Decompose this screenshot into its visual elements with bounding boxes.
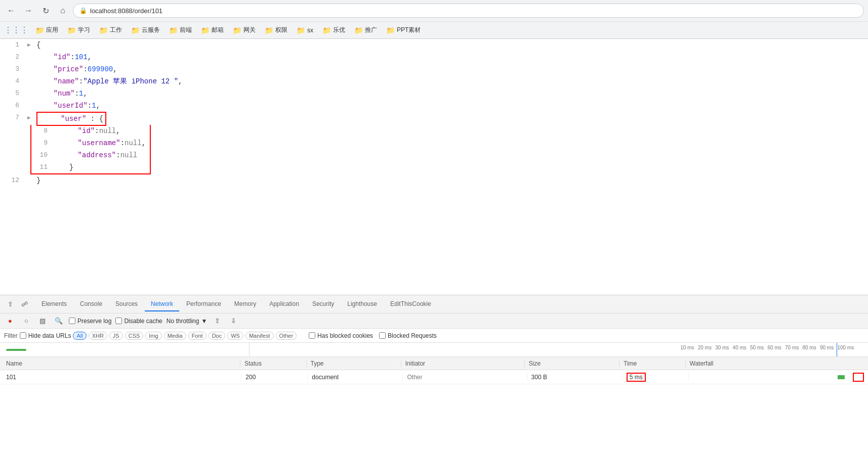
bookmark-ppt[interactable]: 📁 PPT素材 xyxy=(382,24,425,36)
filter-ws-button[interactable]: WS xyxy=(227,332,243,340)
bookmark-leyou[interactable]: 📁 乐优 xyxy=(318,24,349,36)
filter-img-button[interactable]: Img xyxy=(145,332,161,340)
hide-data-urls-label[interactable]: Hide data URLs xyxy=(20,332,71,339)
json-indent xyxy=(36,51,54,63)
filter-manifest-button[interactable]: Manifest xyxy=(245,332,274,340)
folder-icon: 📁 xyxy=(297,26,305,34)
inspect-element-button[interactable]: ⇧ xyxy=(4,298,16,310)
bookmark-label: 前端 xyxy=(180,26,192,34)
bookmark-sx[interactable]: 📁 sx xyxy=(293,25,317,36)
th-type: Type xyxy=(307,360,401,367)
disable-cache-checkbox[interactable] xyxy=(115,318,122,324)
bookmarks-bar: ⋮⋮⋮ 📁 应用 📁 学习 📁 工作 📁 云服务 📁 前端 📁 邮箱 📁 网关 xyxy=(0,21,868,38)
table-header: Name Status Type Initiator Size Time Wat… xyxy=(0,357,868,370)
bookmark-label: 网关 xyxy=(243,26,256,34)
bookmark-work[interactable]: 📁 工作 xyxy=(95,24,126,36)
filter-all-button[interactable]: All xyxy=(73,332,86,340)
expand-icon[interactable]: ▶ xyxy=(27,112,34,124)
json-value: null xyxy=(125,137,142,149)
tab-sources[interactable]: Sources xyxy=(109,297,144,311)
back-button[interactable]: ← xyxy=(4,4,18,18)
filter-font-button[interactable]: Font xyxy=(188,332,206,340)
folder-icon: 📁 xyxy=(99,26,108,34)
tab-editthiscookie[interactable]: EditThisCookie xyxy=(384,297,437,311)
forward-button[interactable]: → xyxy=(21,4,35,18)
table-row[interactable]: 101 200 document Other 300 B 5 ms xyxy=(0,370,868,384)
bookmark-gateway[interactable]: 📁 网关 xyxy=(229,24,260,36)
tab-lighthouse[interactable]: Lighthouse xyxy=(341,297,383,311)
json-line-4: 4 "name" : "Apple 苹果 iPhone 12 " , xyxy=(0,75,868,87)
hide-data-urls-text: Hide data URLs xyxy=(28,332,71,339)
throttle-select[interactable]: No throttling ▼ xyxy=(167,318,208,325)
bookmark-cloud[interactable]: 📁 云服务 xyxy=(127,24,164,36)
th-size: Size xyxy=(525,360,619,367)
th-initiator: Initiator xyxy=(401,360,525,367)
hide-data-urls-checkbox[interactable] xyxy=(20,332,26,339)
filter-icon-button[interactable]: ▧ xyxy=(36,315,49,327)
tab-elements[interactable]: Elements xyxy=(35,297,73,311)
has-blocked-cookies-checkbox[interactable] xyxy=(309,332,315,339)
line-number: 5 xyxy=(4,87,19,100)
disable-cache-text: Disable cache xyxy=(124,318,162,325)
filter-doc-button[interactable]: Doc xyxy=(209,332,226,340)
apps-grid-icon: ⋮⋮⋮ xyxy=(4,25,28,35)
folder-icon: 📁 xyxy=(131,26,140,34)
blocked-requests-label[interactable]: Blocked Requests xyxy=(379,332,437,339)
upload-icon-button[interactable]: ⇧ xyxy=(211,315,223,327)
disable-cache-label[interactable]: Disable cache xyxy=(115,318,162,325)
bookmark-auth[interactable]: 📁 权限 xyxy=(261,24,292,36)
filter-media-button[interactable]: Media xyxy=(164,332,186,340)
address-bar[interactable]: 🔒 localhost:8088/order/101 xyxy=(73,4,864,18)
line-number: 10 xyxy=(35,149,48,161)
bookmark-frontend[interactable]: 📁 前端 xyxy=(165,24,196,36)
devtools-icon-row: ⇧ ☍ xyxy=(4,298,30,310)
tab-application[interactable]: Application xyxy=(263,297,305,311)
has-blocked-cookies-label[interactable]: Has blocked cookies xyxy=(309,332,373,339)
json-brace: { xyxy=(36,39,40,51)
json-line-5: 5 "num" : 1 , xyxy=(0,87,868,100)
blocked-requests-checkbox[interactable] xyxy=(379,332,386,339)
expand-spacer xyxy=(52,137,59,149)
address-text: localhost:8088/order/101 xyxy=(90,7,162,15)
line-number: 1 xyxy=(4,39,19,51)
tab-memory[interactable]: Memory xyxy=(228,297,262,311)
tab-console[interactable]: Console xyxy=(74,297,108,311)
bookmark-label: sx xyxy=(307,27,313,34)
td-name: 101 xyxy=(2,374,241,381)
search-button[interactable]: 🔍 xyxy=(53,315,65,327)
json-key: "name" xyxy=(54,75,79,87)
folder-icon: 📁 xyxy=(169,26,178,34)
filter-js-button[interactable]: JS xyxy=(109,332,123,340)
tick-80ms: 80 ms xyxy=(802,345,816,350)
line-number: 7 xyxy=(4,112,19,124)
device-toolbar-button[interactable]: ☍ xyxy=(18,298,30,310)
tab-network[interactable]: Network xyxy=(145,297,179,311)
json-line-12: 12 } xyxy=(0,174,868,187)
filter-other-button[interactable]: Other xyxy=(276,332,297,340)
home-button[interactable]: ⌂ xyxy=(56,4,70,18)
line-number: 2 xyxy=(4,51,19,63)
filter-xhr-button[interactable]: XHR xyxy=(89,332,107,340)
clear-button[interactable]: ○ xyxy=(20,315,32,327)
bookmark-apps[interactable]: 📁 应用 xyxy=(31,24,62,36)
json-value: null xyxy=(120,149,138,161)
filter-css-button[interactable]: CSS xyxy=(125,332,144,340)
tick-90ms: 90 ms xyxy=(820,345,834,350)
bookmark-email[interactable]: 📁 邮箱 xyxy=(197,24,228,36)
filter-label: Filter xyxy=(4,332,18,339)
preserve-log-checkbox[interactable] xyxy=(69,318,75,324)
bookmark-label: 工作 xyxy=(110,26,122,34)
reload-button[interactable]: ↻ xyxy=(38,4,53,18)
tab-performance[interactable]: Performance xyxy=(180,297,227,311)
timeline-bar: 10 ms 20 ms 30 ms 40 ms 50 ms 60 ms 70 m… xyxy=(0,343,868,357)
preserve-log-label[interactable]: Preserve log xyxy=(69,318,111,325)
bookmark-study[interactable]: 📁 学习 xyxy=(63,24,94,36)
bookmark-tuiguang[interactable]: 📁 推广 xyxy=(350,24,381,36)
th-status: Status xyxy=(240,360,307,367)
download-icon-button[interactable]: ⇩ xyxy=(227,315,239,327)
expand-icon[interactable]: ▶ xyxy=(27,39,34,51)
json-key: "username" xyxy=(78,137,120,149)
json-key: "id" xyxy=(54,51,71,63)
tab-security[interactable]: Security xyxy=(306,297,340,311)
record-button[interactable]: ● xyxy=(4,315,16,327)
